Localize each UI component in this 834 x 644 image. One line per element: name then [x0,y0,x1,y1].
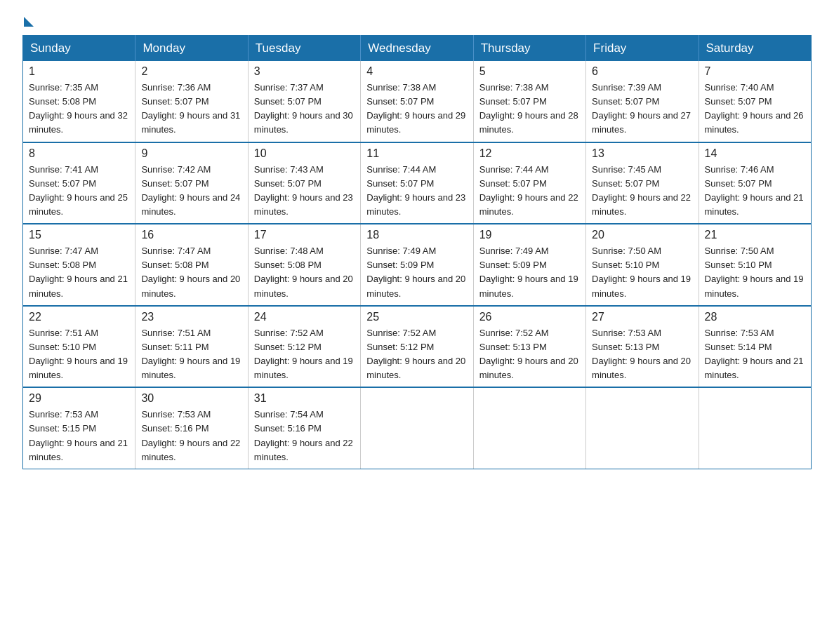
day-number: 4 [366,65,467,78]
day-number: 21 [705,229,805,241]
day-number: 14 [705,147,805,160]
calendar-cell: 18 Sunrise: 7:49 AMSunset: 5:09 PMDaylig… [361,224,473,306]
calendar-cell: 5 Sunrise: 7:38 AMSunset: 5:07 PMDayligh… [473,61,585,142]
day-number: 23 [141,311,241,323]
day-number: 16 [141,229,241,241]
day-info: Sunrise: 7:38 AMSunset: 5:07 PMDaylight:… [479,82,578,135]
column-header-sunday: Sunday [23,36,135,62]
calendar-header-row: SundayMondayTuesdayWednesdayThursdayFrid… [23,36,812,62]
day-info: Sunrise: 7:46 AMSunset: 5:07 PMDaylight:… [705,164,804,217]
day-number: 8 [29,147,129,160]
column-header-saturday: Saturday [699,36,811,62]
calendar-cell: 29 Sunrise: 7:53 AMSunset: 5:15 PMDaylig… [23,387,135,469]
day-number: 1 [29,65,129,78]
day-info: Sunrise: 7:37 AMSunset: 5:07 PMDaylight:… [254,82,353,135]
calendar-cell: 13 Sunrise: 7:45 AMSunset: 5:07 PMDaylig… [586,142,699,224]
logo [22,17,34,21]
day-info: Sunrise: 7:49 AMSunset: 5:09 PMDaylight:… [479,246,578,298]
day-info: Sunrise: 7:50 AMSunset: 5:10 PMDaylight:… [705,246,804,298]
calendar-week-row: 1 Sunrise: 7:35 AMSunset: 5:08 PMDayligh… [23,61,812,142]
calendar-cell [473,387,585,469]
calendar-cell: 1 Sunrise: 7:35 AMSunset: 5:08 PMDayligh… [23,61,135,142]
day-number: 15 [29,229,129,241]
day-number: 28 [705,311,805,323]
day-info: Sunrise: 7:53 AMSunset: 5:14 PMDaylight:… [705,328,804,380]
calendar-cell: 6 Sunrise: 7:39 AMSunset: 5:07 PMDayligh… [586,61,699,142]
day-info: Sunrise: 7:53 AMSunset: 5:15 PMDaylight:… [29,409,128,462]
calendar-cell: 27 Sunrise: 7:53 AMSunset: 5:13 PMDaylig… [586,306,699,388]
logo-triangle-icon [24,17,34,27]
calendar-cell: 25 Sunrise: 7:52 AMSunset: 5:12 PMDaylig… [361,306,473,388]
day-info: Sunrise: 7:49 AMSunset: 5:09 PMDaylight:… [366,246,465,298]
day-number: 30 [141,392,241,405]
day-number: 19 [479,229,580,241]
calendar-cell: 20 Sunrise: 7:50 AMSunset: 5:10 PMDaylig… [586,224,699,306]
day-number: 5 [479,65,580,78]
day-info: Sunrise: 7:50 AMSunset: 5:10 PMDaylight:… [592,246,691,298]
day-info: Sunrise: 7:52 AMSunset: 5:13 PMDaylight:… [479,328,578,380]
column-header-monday: Monday [135,36,248,62]
calendar-table: SundayMondayTuesdayWednesdayThursdayFrid… [22,35,812,469]
day-number: 17 [254,229,355,241]
calendar-week-row: 15 Sunrise: 7:47 AMSunset: 5:08 PMDaylig… [23,224,812,306]
day-info: Sunrise: 7:44 AMSunset: 5:07 PMDaylight:… [479,164,578,217]
day-info: Sunrise: 7:47 AMSunset: 5:08 PMDaylight:… [29,246,128,298]
day-number: 12 [479,147,580,160]
calendar-cell [361,387,473,469]
day-number: 10 [254,147,355,160]
day-info: Sunrise: 7:35 AMSunset: 5:08 PMDaylight:… [29,82,128,135]
calendar-cell: 7 Sunrise: 7:40 AMSunset: 5:07 PMDayligh… [699,61,811,142]
day-info: Sunrise: 7:39 AMSunset: 5:07 PMDaylight:… [592,82,691,135]
calendar-week-row: 29 Sunrise: 7:53 AMSunset: 5:15 PMDaylig… [23,387,812,469]
day-number: 11 [366,147,467,160]
day-number: 27 [592,311,692,323]
day-number: 26 [479,311,580,323]
calendar-week-row: 22 Sunrise: 7:51 AMSunset: 5:10 PMDaylig… [23,306,812,388]
calendar-cell: 15 Sunrise: 7:47 AMSunset: 5:08 PMDaylig… [23,224,135,306]
calendar-cell: 12 Sunrise: 7:44 AMSunset: 5:07 PMDaylig… [473,142,585,224]
day-info: Sunrise: 7:43 AMSunset: 5:07 PMDaylight:… [254,164,353,217]
calendar-cell [699,387,811,469]
calendar-cell [586,387,699,469]
day-info: Sunrise: 7:40 AMSunset: 5:07 PMDaylight:… [705,82,804,135]
calendar-cell: 8 Sunrise: 7:41 AMSunset: 5:07 PMDayligh… [23,142,135,224]
day-info: Sunrise: 7:47 AMSunset: 5:08 PMDaylight:… [141,246,240,298]
day-number: 20 [592,229,692,241]
day-number: 2 [141,65,241,78]
calendar-cell: 21 Sunrise: 7:50 AMSunset: 5:10 PMDaylig… [699,224,811,306]
calendar-cell: 10 Sunrise: 7:43 AMSunset: 5:07 PMDaylig… [248,142,360,224]
column-header-thursday: Thursday [473,36,585,62]
day-number: 13 [592,147,692,160]
day-number: 18 [366,229,467,241]
calendar-cell: 11 Sunrise: 7:44 AMSunset: 5:07 PMDaylig… [361,142,473,224]
day-info: Sunrise: 7:52 AMSunset: 5:12 PMDaylight:… [254,328,353,380]
day-info: Sunrise: 7:44 AMSunset: 5:07 PMDaylight:… [366,164,465,217]
calendar-cell: 24 Sunrise: 7:52 AMSunset: 5:12 PMDaylig… [248,306,360,388]
calendar-cell: 14 Sunrise: 7:46 AMSunset: 5:07 PMDaylig… [699,142,811,224]
day-number: 9 [141,147,241,160]
calendar-cell: 28 Sunrise: 7:53 AMSunset: 5:14 PMDaylig… [699,306,811,388]
day-number: 6 [592,65,692,78]
calendar-cell: 17 Sunrise: 7:48 AMSunset: 5:08 PMDaylig… [248,224,360,306]
day-info: Sunrise: 7:51 AMSunset: 5:10 PMDaylight:… [29,328,128,380]
day-number: 29 [29,392,129,405]
day-info: Sunrise: 7:54 AMSunset: 5:16 PMDaylight:… [254,409,353,462]
calendar-cell: 16 Sunrise: 7:47 AMSunset: 5:08 PMDaylig… [135,224,248,306]
day-info: Sunrise: 7:38 AMSunset: 5:07 PMDaylight:… [366,82,465,135]
page-header [22,17,812,21]
column-header-wednesday: Wednesday [361,36,473,62]
day-info: Sunrise: 7:53 AMSunset: 5:16 PMDaylight:… [141,409,240,462]
day-info: Sunrise: 7:45 AMSunset: 5:07 PMDaylight:… [592,164,691,217]
day-info: Sunrise: 7:48 AMSunset: 5:08 PMDaylight:… [254,246,353,298]
day-number: 25 [366,311,467,323]
day-number: 3 [254,65,355,78]
calendar-cell: 3 Sunrise: 7:37 AMSunset: 5:07 PMDayligh… [248,61,360,142]
calendar-cell: 26 Sunrise: 7:52 AMSunset: 5:13 PMDaylig… [473,306,585,388]
calendar-cell: 31 Sunrise: 7:54 AMSunset: 5:16 PMDaylig… [248,387,360,469]
calendar-cell: 9 Sunrise: 7:42 AMSunset: 5:07 PMDayligh… [135,142,248,224]
calendar-cell: 19 Sunrise: 7:49 AMSunset: 5:09 PMDaylig… [473,224,585,306]
day-number: 7 [705,65,805,78]
day-info: Sunrise: 7:41 AMSunset: 5:07 PMDaylight:… [29,164,128,217]
day-info: Sunrise: 7:36 AMSunset: 5:07 PMDaylight:… [141,82,240,135]
column-header-tuesday: Tuesday [248,36,360,62]
